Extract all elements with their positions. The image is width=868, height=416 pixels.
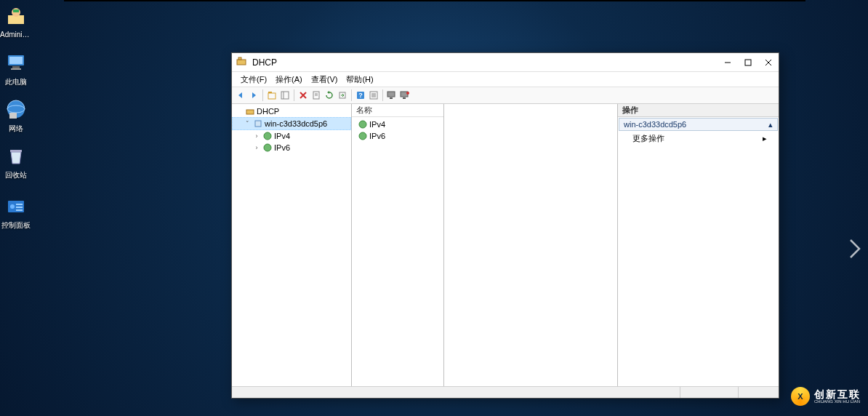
monitor1-button[interactable] bbox=[386, 89, 398, 101]
properties-button[interactable] bbox=[310, 89, 322, 101]
svg-rect-22 bbox=[268, 93, 276, 99]
watermark-en: CHUANG XIN HU LIAN bbox=[814, 399, 861, 404]
menu-view[interactable]: 查看(V) bbox=[307, 73, 342, 87]
watermark: X 创新互联 CHUANG XIN HU LIAN bbox=[791, 387, 861, 406]
collapse-icon[interactable]: ˅ bbox=[243, 120, 252, 127]
svg-rect-15 bbox=[16, 209, 23, 211]
desktop-icon-label: 网络 bbox=[0, 124, 32, 134]
svg-rect-35 bbox=[371, 93, 376, 97]
refresh-button[interactable] bbox=[324, 89, 335, 101]
tree-label: IPv4 bbox=[274, 132, 290, 140]
list-body: IPv4 IPv6 bbox=[352, 117, 443, 386]
recycle-bin-icon bbox=[4, 144, 28, 167]
administrator-icon bbox=[4, 4, 28, 28]
actions-pane: 操作 win-c3d33dcd5p6 ▴ 更多操作 ▸ bbox=[618, 104, 779, 386]
svg-rect-41 bbox=[246, 110, 254, 114]
svg-point-43 bbox=[264, 132, 271, 140]
submenu-arrow-icon: ▸ bbox=[763, 134, 767, 143]
up-button[interactable] bbox=[266, 89, 278, 101]
menu-help[interactable]: 帮助(H) bbox=[342, 73, 377, 87]
desktop-icon-network[interactable]: 网络 bbox=[0, 97, 32, 134]
delete-button[interactable] bbox=[297, 89, 309, 101]
svg-point-12 bbox=[10, 204, 15, 209]
collapse-up-icon[interactable]: ▴ bbox=[768, 120, 773, 129]
expand-icon[interactable]: › bbox=[252, 144, 261, 151]
list-pane[interactable]: 名称 IPv4 IPv6 bbox=[352, 104, 444, 386]
desktop-icon-label: Administr... bbox=[0, 31, 32, 39]
svg-point-45 bbox=[359, 121, 366, 128]
desktop-icon-administrator[interactable]: Administr... bbox=[0, 4, 32, 39]
tree-label: DHCP bbox=[257, 107, 279, 116]
desktop-icon-this-pc[interactable]: 此电脑 bbox=[0, 51, 32, 87]
list-item[interactable]: IPv6 bbox=[355, 130, 441, 142]
detail-pane[interactable] bbox=[444, 104, 618, 386]
ipv4-icon bbox=[262, 131, 273, 141]
window-title: DHCP bbox=[252, 57, 718, 68]
dhcp-title-icon bbox=[236, 57, 248, 68]
svg-point-44 bbox=[264, 144, 271, 151]
menu-file[interactable]: 文件(F) bbox=[236, 73, 271, 87]
help-button[interactable]: ? bbox=[355, 89, 366, 101]
toolbar-separator bbox=[262, 89, 263, 101]
dhcp-icon bbox=[245, 106, 255, 116]
tree-ipv6[interactable]: › IPv6 bbox=[232, 142, 351, 153]
svg-rect-16 bbox=[237, 60, 246, 65]
actions-more[interactable]: 更多操作 ▸ bbox=[618, 132, 779, 145]
desktop-icon-control-panel[interactable]: 控制面板 bbox=[0, 194, 32, 231]
expand-icon[interactable]: › bbox=[252, 132, 261, 140]
show-hide-button[interactable] bbox=[279, 89, 291, 101]
svg-rect-23 bbox=[268, 92, 272, 93]
actions-more-label: 更多操作 bbox=[632, 133, 664, 144]
desktop-icon-label: 回收站 bbox=[0, 170, 32, 180]
list-column-header[interactable]: 名称 bbox=[352, 104, 443, 117]
options-button[interactable] bbox=[368, 89, 379, 101]
monitor2-button[interactable] bbox=[399, 89, 411, 101]
desktop-icon-label: 此电脑 bbox=[0, 77, 32, 87]
svg-rect-39 bbox=[403, 97, 406, 99]
svg-rect-36 bbox=[387, 92, 395, 97]
toolbar-separator bbox=[351, 89, 352, 101]
dhcp-window: DHCP 文件(F) 操作(A) 查看(V) 帮助(H) ? bbox=[231, 52, 779, 399]
svg-rect-42 bbox=[255, 121, 261, 127]
close-button[interactable] bbox=[758, 55, 779, 71]
svg-point-46 bbox=[359, 132, 366, 140]
actions-context[interactable]: win-c3d33dcd5p6 ▴ bbox=[619, 118, 778, 131]
ipv6-icon bbox=[262, 143, 273, 153]
svg-rect-14 bbox=[16, 207, 23, 208]
forward-button[interactable] bbox=[248, 89, 260, 101]
tree-server[interactable]: ˅ win-c3d33dcd5p6 bbox=[232, 117, 351, 130]
svg-rect-4 bbox=[9, 57, 23, 64]
titlebar[interactable]: DHCP bbox=[232, 53, 779, 72]
next-arrow[interactable] bbox=[848, 237, 862, 260]
actions-header: 操作 bbox=[618, 104, 779, 117]
desktop-icon-label: 控制面板 bbox=[0, 220, 32, 231]
tree-root-dhcp[interactable]: DHCP bbox=[232, 105, 351, 117]
back-button[interactable] bbox=[235, 89, 246, 101]
svg-rect-24 bbox=[281, 92, 289, 99]
maximize-button[interactable] bbox=[738, 55, 758, 71]
status-segment bbox=[232, 387, 680, 398]
ipv6-icon bbox=[358, 131, 368, 141]
window-controls bbox=[718, 55, 779, 71]
statusbar bbox=[232, 386, 779, 398]
menubar: 文件(F) 操作(A) 查看(V) 帮助(H) bbox=[232, 72, 779, 87]
actions-context-label: win-c3d33dcd5p6 bbox=[624, 120, 686, 129]
list-item[interactable]: IPv4 bbox=[355, 119, 441, 130]
export-button[interactable] bbox=[337, 89, 348, 101]
toolbar-separator bbox=[294, 89, 294, 101]
window-body: DHCP ˅ win-c3d33dcd5p6 › IPv4 › IPv6 名称 bbox=[232, 104, 779, 386]
svg-rect-5 bbox=[12, 66, 20, 68]
tree-ipv4[interactable]: › IPv4 bbox=[232, 130, 351, 142]
svg-rect-13 bbox=[16, 204, 23, 205]
toolbar-separator bbox=[382, 89, 383, 101]
minimize-button[interactable] bbox=[718, 55, 738, 71]
menu-action[interactable]: 操作(A) bbox=[271, 73, 307, 87]
ipv4-icon bbox=[358, 119, 368, 129]
pc-icon bbox=[4, 51, 28, 74]
desktop-icon-recycle-bin[interactable]: 回收站 bbox=[0, 144, 32, 180]
toolbar: ? bbox=[232, 87, 779, 104]
control-panel-icon bbox=[4, 194, 28, 217]
tree-pane[interactable]: DHCP ˅ win-c3d33dcd5p6 › IPv4 › IPv6 bbox=[232, 104, 352, 386]
list-item-label: IPv6 bbox=[369, 132, 385, 140]
svg-rect-6 bbox=[11, 68, 21, 70]
